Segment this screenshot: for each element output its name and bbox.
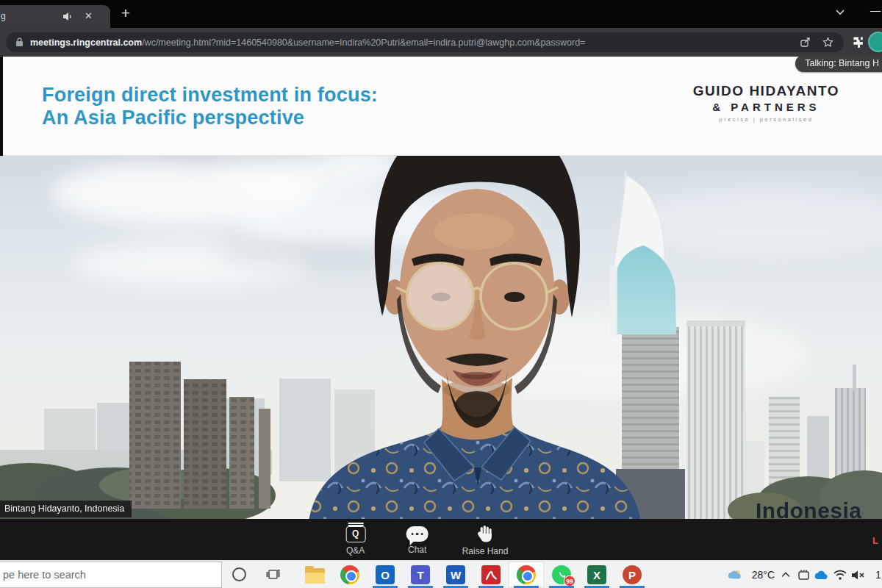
taskbar-icon-acrobat[interactable] xyxy=(473,562,509,588)
logo-tagline: precise | personalised xyxy=(693,116,839,123)
taskbar-icon-excel[interactable]: X xyxy=(579,562,614,588)
url-path: /wc/meeting.html?mid=1460540980&username… xyxy=(142,37,585,48)
onedrive-icon[interactable] xyxy=(813,562,829,588)
taskbar-icon-whatsapp[interactable]: 99 xyxy=(544,562,579,588)
meeting-badge xyxy=(522,573,531,582)
extensions-puzzle-icon[interactable] xyxy=(852,35,864,48)
browser-tab-strip: g ✕ + — xyxy=(0,0,882,28)
browser-tab[interactable]: g ✕ xyxy=(0,5,110,28)
device-icon[interactable] xyxy=(796,562,811,588)
file-explorer-icon xyxy=(305,568,325,584)
windows-taskbar: pe here to search O T W xyxy=(0,560,882,588)
chat-button[interactable]: Chat xyxy=(401,524,434,556)
chrome-icon xyxy=(340,565,359,584)
logo-line1: GUIDO HIDAYANTO xyxy=(693,83,839,99)
leave-button[interactable]: L xyxy=(872,535,878,546)
excel-icon: X xyxy=(587,565,606,584)
teams-icon: T xyxy=(411,565,430,584)
weather-icon[interactable] xyxy=(726,562,744,588)
taskbar-icon-outlook[interactable]: O xyxy=(368,562,403,588)
participant-name-tag: Bintang Hidayanto, Indonesia xyxy=(0,501,132,517)
browser-toolbar: meetings.ringcentral.com/wc/meeting.html… xyxy=(0,28,882,57)
whatsapp-icon: 99 xyxy=(552,565,571,584)
taskbar-icon-powerpoint[interactable]: P xyxy=(614,562,650,588)
taskbar-icon-word[interactable]: W xyxy=(438,562,473,588)
taskbar-clock[interactable]: 1 xyxy=(873,562,882,588)
outlook-icon: O xyxy=(376,565,395,584)
slide-title-line1: Foreign direct investment in focus: xyxy=(42,84,378,107)
powerpoint-icon: P xyxy=(623,565,642,584)
url-text: meetings.ringcentral.com/wc/meeting.html… xyxy=(30,37,789,48)
slide-title: Foreign direct investment in focus: An A… xyxy=(42,84,378,129)
address-bar[interactable]: meetings.ringcentral.com/wc/meeting.html… xyxy=(6,32,844,52)
slide-left-edge xyxy=(0,57,3,156)
qa-button[interactable]: Q Q&A xyxy=(339,524,373,556)
qa-icon: Q xyxy=(345,526,365,542)
talking-indicator: Talking: Bintang H xyxy=(795,55,882,72)
url-domain: meetings.ringcentral.com xyxy=(30,37,142,48)
taskbar-icon-chrome[interactable] xyxy=(332,562,368,588)
meeting-control-bar: Q Q&A Chat xyxy=(0,519,882,560)
lock-icon[interactable] xyxy=(15,37,24,47)
tray-expand-chevron-icon[interactable] xyxy=(779,562,792,588)
word-icon: W xyxy=(446,565,465,584)
firm-logo: GUIDO HIDAYANTO & PARTNERS precise | per… xyxy=(693,83,839,123)
whatsapp-badge: 99 xyxy=(564,576,576,587)
share-icon[interactable] xyxy=(800,37,811,48)
cortana-icon[interactable] xyxy=(232,567,246,581)
weather-temperature[interactable]: 28°C xyxy=(752,562,775,588)
tab-title: g xyxy=(1,11,6,21)
chrome-meeting-icon xyxy=(517,565,536,584)
acrobat-icon xyxy=(481,565,501,584)
logo-line2: & PARTNERS xyxy=(693,101,839,113)
profile-avatar[interactable] xyxy=(868,32,882,52)
chat-icon xyxy=(406,526,429,542)
task-view-icon[interactable] xyxy=(266,568,280,581)
taskbar-icon-file-explorer[interactable] xyxy=(297,562,332,588)
tab-close-icon[interactable]: ✕ xyxy=(85,10,93,22)
wifi-icon[interactable] xyxy=(833,562,847,588)
slide-title-line2: An Asia Pacific perspective xyxy=(42,107,378,129)
tab-audio-icon[interactable] xyxy=(62,12,72,21)
taskbar-icons: O T W 99 X xyxy=(297,562,650,588)
taskbar-icon-chrome-meeting[interactable] xyxy=(509,562,544,588)
volume-muted-icon[interactable] xyxy=(850,562,866,588)
new-tab-button[interactable]: + xyxy=(116,4,135,23)
tab-search-chevron-icon[interactable] xyxy=(835,9,845,15)
raise-hand-button[interactable]: Raise Hand xyxy=(462,524,509,556)
window-minimize-button[interactable]: — xyxy=(870,4,881,16)
taskbar-search-input[interactable]: pe here to search xyxy=(0,562,222,588)
taskbar-icon-teams[interactable]: T xyxy=(403,562,438,588)
bookmark-star-icon[interactable] xyxy=(822,37,833,48)
raise-hand-icon xyxy=(476,525,495,543)
slide-header: Foreign direct investment in focus: An A… xyxy=(0,57,882,156)
screenshot-root: g ✕ + — meetings.ringcentral.com/wc/meet… xyxy=(0,0,882,588)
